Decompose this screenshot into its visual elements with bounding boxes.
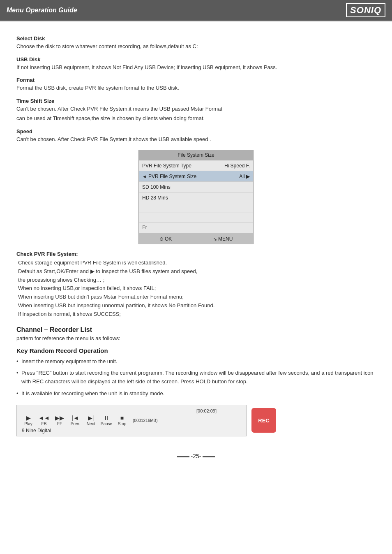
dialog-title: File System Size: [139, 150, 253, 160]
ctrl-btn-next[interactable]: ▶| Next: [84, 415, 97, 426]
format-label: Format: [16, 77, 376, 83]
pvr-line: When inserting USB but inspecting unnorm…: [18, 301, 376, 310]
time-shift-text1: Can't be chosen. After Check PVR File Sy…: [16, 105, 376, 113]
select-disk-text: Choose the disk to store whatever conten…: [16, 42, 376, 51]
channel-recorder-heading: Channel – Recorder List: [16, 326, 376, 334]
recording-area: [00:02:09] ▶ Play ◄◄ FB ▶▶ FF |◄ Prev. ▶…: [16, 405, 376, 436]
dialog-row-1-label: PVR File System Type: [142, 163, 221, 169]
dialog-row-1: PVR File System Type Hi Speed F.: [139, 160, 253, 171]
bullet-dot: •: [16, 369, 18, 378]
page-title: Menu Operation Guide: [7, 7, 77, 14]
dialog-menu-button[interactable]: ↘ MENU: [213, 236, 233, 242]
ctrl-label-stop: Stop: [118, 422, 127, 426]
ctrl-icon-ff: ▶▶: [55, 415, 64, 421]
usb-disk-label: USB Disk: [16, 56, 376, 63]
channel-name: 9 Nine Digital: [22, 428, 241, 433]
select-disk-section: Select Disk Choose the disk to store wha…: [16, 35, 376, 51]
ctrl-btn-pause[interactable]: ⏸ Pause: [100, 415, 113, 426]
page-number-text: -25-: [191, 453, 201, 459]
pvr-line: Check storage equipment PVR File System …: [18, 259, 376, 267]
page-header: Menu Operation Guide SONIQ: [0, 0, 392, 21]
pvr-line: When inserting USB but didn't pass Mstar…: [18, 293, 376, 301]
dialog-ok-button[interactable]: ⊙ OK: [159, 236, 172, 242]
bullet-dot: •: [16, 357, 18, 366]
ctrl-btn-fb[interactable]: ◄◄ FB: [37, 415, 51, 426]
time-shift-label: Time Shift Size: [16, 98, 376, 104]
channel-recorder-text: pattern for reference the menu is as fol…: [16, 335, 376, 341]
arrow-left-icon: ◄: [142, 174, 147, 179]
ctrl-btn-prev.[interactable]: |◄ Prev.: [69, 415, 82, 426]
mb-display: (0001216MB): [133, 418, 158, 423]
dialog-row-1-value: Hi Speed F.: [224, 163, 250, 169]
format-text: Format the USB disk, create PVR file sys…: [16, 84, 376, 92]
ctrl-icon-pause: ⏸: [104, 415, 109, 421]
file-system-dialog: File System Size PVR File System Type Hi…: [138, 150, 254, 244]
ctrl-label-prev.: Prev.: [71, 422, 80, 426]
logo: SONIQ: [346, 3, 385, 17]
ctrl-label-fb: FB: [42, 422, 47, 426]
ctrl-icon-stop: ■: [120, 415, 124, 421]
dialog-empty-row-1: [139, 203, 253, 213]
pvr-line: When no inserting USB,or inspection fail…: [18, 284, 376, 293]
control-bar: [00:02:09] ▶ Play ◄◄ FB ▶▶ FF |◄ Prev. ▶…: [16, 405, 247, 436]
pvr-check-title: Check PVR File System:: [16, 251, 376, 257]
controls-row: ▶ Play ◄◄ FB ▶▶ FF |◄ Prev. ▶| Next ⏸ Pa…: [22, 415, 241, 426]
dialog-row-3-label: SD 100 Mins: [142, 184, 250, 190]
ctrl-label-ff: FF: [57, 422, 62, 426]
time-shift-text2: can be used at Timeshift space,the size …: [16, 114, 376, 123]
ctrl-icon-prev.: |◄: [71, 415, 79, 421]
dialog-row-4-label: HD 28 Mins: [142, 195, 250, 201]
ctrl-icon-next: ▶|: [88, 415, 94, 421]
dialog-container: File System Size PVR File System Type Hi…: [16, 150, 376, 244]
speed-label: Speed: [16, 128, 376, 134]
dialog-footer: ⊙ OK ↘ MENU: [139, 234, 253, 244]
dialog-row-2-label: PVR File System Size: [148, 174, 236, 179]
key-random-section: Key Random Record Operation •Insert the …: [16, 347, 376, 398]
page-dash-right: [203, 456, 215, 457]
select-disk-label: Select Disk: [16, 35, 376, 42]
ctrl-label-next: Next: [87, 422, 95, 426]
time-display: [00:02:09]: [22, 408, 217, 413]
speed-text: Can't be chosen. After Check PVR File Sy…: [16, 135, 376, 144]
ctrl-btn-ff[interactable]: ▶▶ FF: [53, 415, 66, 426]
ctrl-btn-stop[interactable]: ■ Stop: [115, 415, 129, 426]
pvr-line: If inspection is normal, it shows SUCCES…: [18, 310, 376, 319]
bullet-dot: •: [16, 389, 18, 398]
dialog-fr-row: Fr: [139, 223, 253, 234]
dialog-row-2-value: All ▶: [239, 174, 250, 179]
bullet-item: •Insert the memory equipment to the unit…: [16, 357, 376, 366]
ctrl-label-play: Play: [24, 422, 32, 426]
pvr-line: Default as Start,OK/Enter and ▶ to inspe…: [18, 267, 376, 276]
dialog-row-2: ◄ PVR File System Size All ▶: [139, 171, 253, 182]
main-content: Select Disk Choose the disk to store wha…: [0, 21, 392, 484]
dialog-row-3: SD 100 Mins: [139, 182, 253, 192]
dialog-row-4: HD 28 Mins: [139, 192, 253, 203]
dialog-empty-row-2: [139, 213, 253, 223]
speed-section: Speed Can't be chosen. After Check PVR F…: [16, 128, 376, 144]
ctrl-label-pause: Pause: [101, 422, 112, 426]
ctrl-icon-play: ▶: [26, 415, 31, 421]
bullet-item: •Press "REC" button to start recording t…: [16, 369, 376, 386]
time-shift-section: Time Shift Size Can't be chosen. After C…: [16, 98, 376, 123]
pvr-check-text: Check storage equipment PVR File System …: [18, 259, 376, 319]
channel-recorder-section: Channel – Recorder List pattern for refe…: [16, 326, 376, 341]
key-random-heading: Key Random Record Operation: [16, 347, 376, 354]
ctrl-btn-play[interactable]: ▶ Play: [22, 415, 35, 426]
usb-disk-text: If not inserting USB equipment, it shows…: [16, 63, 376, 72]
bullet-list: •Insert the memory equipment to the unit…: [16, 357, 376, 398]
bullet-item: •It is available for recording when the …: [16, 389, 376, 398]
ctrl-icon-fb: ◄◄: [38, 415, 50, 421]
usb-disk-section: USB Disk If not inserting USB equipment,…: [16, 56, 376, 72]
pvr-line: the processiong shows Checking… ;: [18, 276, 376, 285]
page-number: -25-: [16, 453, 376, 459]
format-section: Format Format the USB disk, create PVR f…: [16, 77, 376, 92]
pvr-check-section: Check PVR File System: Check storage equ…: [16, 251, 376, 319]
page-dash-left: [177, 456, 189, 457]
rec-badge: REC: [251, 408, 276, 433]
